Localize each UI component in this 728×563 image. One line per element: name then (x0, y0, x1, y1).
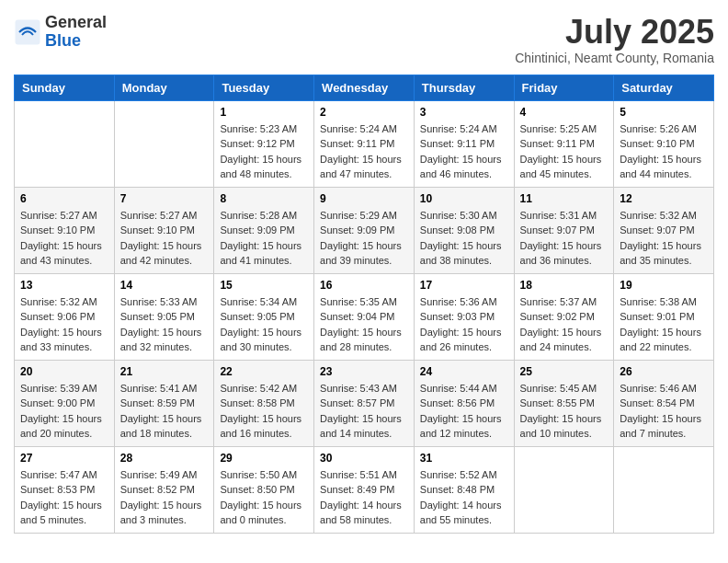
daylight-info: Daylight: 15 hours and 5 minutes. (20, 500, 102, 526)
sunset-info: Sunset: 8:50 PM (220, 484, 294, 495)
day-number: 6 (20, 192, 108, 205)
sunrise-info: Sunrise: 5:32 AM (620, 210, 697, 221)
day-number: 16 (320, 279, 408, 292)
daylight-info: Daylight: 15 hours and 30 minutes. (220, 327, 301, 353)
calendar-day-cell: 21 Sunrise: 5:41 AM Sunset: 8:59 PM Dayl… (114, 360, 214, 446)
day-number: 15 (220, 279, 308, 292)
day-number: 10 (420, 192, 508, 205)
sunset-info: Sunset: 9:07 PM (520, 224, 595, 236)
sunrise-info: Sunrise: 5:42 AM (220, 383, 297, 394)
day-number: 1 (220, 106, 308, 119)
calendar-day-cell: 11 Sunrise: 5:31 AM Sunset: 9:07 PM Dayl… (514, 187, 614, 273)
sunrise-info: Sunrise: 5:47 AM (20, 469, 97, 480)
sunset-info: Sunset: 9:01 PM (620, 311, 694, 322)
sunrise-info: Sunrise: 5:30 AM (420, 210, 497, 221)
day-number: 4 (520, 106, 609, 119)
calendar-day-cell: 9 Sunrise: 5:29 AM Sunset: 9:09 PM Dayli… (314, 187, 415, 273)
daylight-info: Daylight: 15 hours and 26 minutes. (420, 327, 502, 353)
daylight-info: Daylight: 15 hours and 39 minutes. (320, 240, 402, 267)
calendar-day-cell: 29 Sunrise: 5:50 AM Sunset: 8:50 PM Dayl… (214, 446, 314, 533)
daylight-info: Daylight: 15 hours and 42 minutes. (120, 240, 202, 267)
day-number: 7 (120, 192, 209, 205)
location-subtitle: Chintinici, Neamt County, Romania (515, 51, 714, 65)
sunset-info: Sunset: 9:10 PM (120, 224, 195, 236)
daylight-info: Daylight: 15 hours and 12 minutes. (420, 413, 502, 440)
day-number: 2 (320, 106, 408, 119)
sunset-info: Sunset: 8:57 PM (320, 397, 394, 408)
day-of-week-header: Thursday (414, 75, 514, 100)
day-number: 9 (320, 192, 408, 205)
sunrise-info: Sunrise: 5:39 AM (20, 383, 97, 394)
sunset-info: Sunset: 9:03 PM (420, 311, 495, 322)
sunset-info: Sunset: 9:06 PM (20, 311, 95, 322)
daylight-info: Daylight: 15 hours and 48 minutes. (220, 154, 301, 180)
daylight-info: Daylight: 15 hours and 18 minutes. (120, 413, 202, 440)
day-of-week-header: Monday (114, 75, 214, 100)
day-number: 28 (120, 452, 209, 465)
day-number: 27 (20, 452, 108, 465)
daylight-info: Daylight: 15 hours and 33 minutes. (20, 327, 102, 353)
calendar-week-row: 20 Sunrise: 5:39 AM Sunset: 9:00 PM Dayl… (15, 360, 714, 446)
calendar-week-row: 27 Sunrise: 5:47 AM Sunset: 8:53 PM Dayl… (15, 446, 714, 533)
day-of-week-header: Sunday (15, 75, 115, 100)
calendar-day-cell: 8 Sunrise: 5:28 AM Sunset: 9:09 PM Dayli… (214, 187, 314, 273)
day-number: 26 (620, 365, 708, 378)
calendar-day-cell (114, 100, 214, 187)
sunrise-info: Sunrise: 5:23 AM (220, 123, 297, 134)
daylight-info: Daylight: 15 hours and 16 minutes. (220, 413, 301, 440)
daylight-info: Daylight: 15 hours and 35 minutes. (620, 240, 701, 267)
day-number: 19 (620, 279, 708, 292)
day-number: 3 (420, 106, 508, 119)
calendar-day-cell: 23 Sunrise: 5:43 AM Sunset: 8:57 PM Dayl… (314, 360, 415, 446)
daylight-info: Daylight: 15 hours and 20 minutes. (20, 413, 102, 440)
daylight-info: Daylight: 15 hours and 44 minutes. (620, 154, 701, 180)
sunset-info: Sunset: 8:49 PM (320, 484, 394, 495)
sunrise-info: Sunrise: 5:25 AM (520, 123, 597, 134)
sunrise-info: Sunrise: 5:27 AM (20, 210, 97, 221)
calendar-week-row: 1 Sunrise: 5:23 AM Sunset: 9:12 PM Dayli… (15, 100, 714, 187)
sunrise-info: Sunrise: 5:27 AM (120, 210, 198, 221)
sunset-info: Sunset: 8:58 PM (220, 397, 294, 408)
day-number: 31 (420, 452, 508, 465)
sunset-info: Sunset: 9:11 PM (420, 138, 495, 149)
sunset-info: Sunset: 8:55 PM (520, 397, 595, 408)
day-number: 14 (120, 279, 209, 292)
day-number: 12 (620, 192, 708, 205)
day-number: 25 (520, 365, 609, 378)
sunrise-info: Sunrise: 5:37 AM (520, 296, 597, 307)
sunset-info: Sunset: 8:54 PM (620, 397, 694, 408)
calendar-day-cell (15, 100, 115, 187)
day-number: 21 (120, 365, 209, 378)
sunset-info: Sunset: 9:02 PM (520, 311, 595, 322)
calendar-day-cell: 6 Sunrise: 5:27 AM Sunset: 9:10 PM Dayli… (15, 187, 115, 273)
sunset-info: Sunset: 9:08 PM (420, 224, 495, 236)
sunrise-info: Sunrise: 5:32 AM (20, 296, 97, 307)
calendar-day-cell: 18 Sunrise: 5:37 AM Sunset: 9:02 PM Dayl… (514, 273, 614, 360)
calendar-table: SundayMondayTuesdayWednesdayThursdayFrid… (14, 75, 714, 534)
sunrise-info: Sunrise: 5:36 AM (420, 296, 497, 307)
day-number: 8 (220, 192, 308, 205)
day-of-week-header: Friday (514, 75, 614, 100)
day-of-week-header: Saturday (614, 75, 714, 100)
sunset-info: Sunset: 8:53 PM (20, 484, 95, 495)
daylight-info: Daylight: 15 hours and 38 minutes. (420, 240, 502, 267)
daylight-info: Daylight: 14 hours and 55 minutes. (420, 500, 502, 526)
sunrise-info: Sunrise: 5:44 AM (420, 383, 497, 394)
day-number: 11 (520, 192, 609, 205)
day-number: 23 (320, 365, 408, 378)
daylight-info: Daylight: 15 hours and 43 minutes. (20, 240, 102, 267)
sunrise-info: Sunrise: 5:45 AM (520, 383, 597, 394)
daylight-info: Daylight: 15 hours and 10 minutes. (520, 413, 602, 440)
daylight-info: Daylight: 15 hours and 28 minutes. (320, 327, 402, 353)
calendar-day-cell: 10 Sunrise: 5:30 AM Sunset: 9:08 PM Dayl… (414, 187, 514, 273)
sunrise-info: Sunrise: 5:38 AM (620, 296, 697, 307)
calendar-day-cell: 22 Sunrise: 5:42 AM Sunset: 8:58 PM Dayl… (214, 360, 314, 446)
sunrise-info: Sunrise: 5:24 AM (320, 123, 397, 134)
calendar-day-cell: 19 Sunrise: 5:38 AM Sunset: 9:01 PM Dayl… (614, 273, 714, 360)
day-number: 18 (520, 279, 609, 292)
calendar-day-cell: 20 Sunrise: 5:39 AM Sunset: 9:00 PM Dayl… (15, 360, 115, 446)
calendar-day-cell: 13 Sunrise: 5:32 AM Sunset: 9:06 PM Dayl… (15, 273, 115, 360)
daylight-info: Daylight: 15 hours and 24 minutes. (520, 327, 602, 353)
day-of-week-header: Wednesday (314, 75, 415, 100)
sunrise-info: Sunrise: 5:26 AM (620, 123, 697, 134)
